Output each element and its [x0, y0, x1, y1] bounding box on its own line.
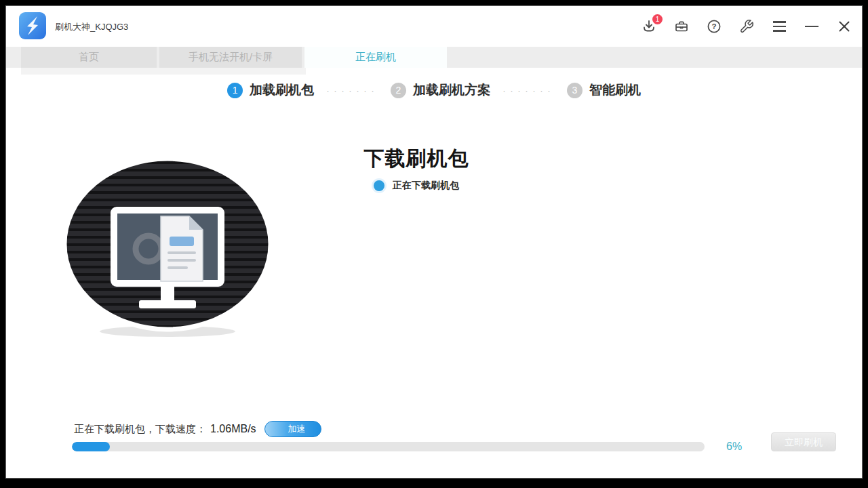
toolbox-icon[interactable] — [673, 18, 690, 35]
status-dot-icon — [374, 180, 384, 191]
tabstrip-shadow — [21, 68, 306, 75]
step-separator: ······· — [502, 85, 555, 96]
wizard-steps: 1 加载刷机包 ······· 2 加载刷机方案 ······· 3 智能刷机 — [6, 78, 862, 102]
tab-cannot-boot[interactable]: 手机无法开机/卡屏 — [159, 47, 302, 68]
help-icon[interactable]: ? — [706, 18, 722, 35]
flash-now-button[interactable]: 立即刷机 — [771, 432, 836, 451]
download-status-row: 正在下载刷机包 — [264, 180, 569, 192]
download-speed-label: 正在下载刷机包，下载速度： — [74, 423, 206, 436]
progress-bar-fill — [72, 442, 110, 451]
step-separator: ······· — [326, 85, 378, 96]
window-title: 刷机大神_KJQJG3 — [55, 21, 128, 33]
tab-strip: 首页 手机无法开机/卡屏 正在刷机 — [6, 47, 862, 68]
footer-status-line: 正在下载刷机包，下载速度： 1.06MB/s 加速 — [74, 421, 321, 437]
boost-button[interactable]: 加速 — [264, 421, 321, 437]
step-load-plan: 2 加载刷机方案 — [391, 81, 490, 99]
download-icon[interactable]: 1 — [641, 18, 657, 35]
download-speed-value: 1.06MB/s — [210, 423, 256, 435]
step-number-badge: 2 — [391, 83, 406, 98]
minimize-icon[interactable] — [804, 18, 820, 35]
step-load-package: 1 加载刷机包 — [227, 81, 314, 99]
step-number-badge: 3 — [567, 83, 583, 98]
app-window: 刷机大神_KJQJG3 1 ? — [5, 5, 863, 479]
tab-flashing[interactable]: 正在刷机 — [304, 47, 447, 68]
close-icon[interactable] — [836, 18, 852, 35]
progress-bar — [72, 442, 705, 451]
step-smart-flash: 3 智能刷机 — [567, 81, 641, 99]
wrench-icon[interactable] — [738, 18, 755, 35]
app-logo-icon — [18, 12, 47, 40]
tab-home[interactable]: 首页 — [21, 47, 157, 68]
page-title: 下载刷机包 — [264, 145, 569, 173]
titlebar-icons: 1 ? — [641, 6, 852, 47]
download-illustration — [59, 154, 276, 340]
step-number-badge: 1 — [227, 83, 243, 98]
svg-text:?: ? — [711, 22, 716, 30]
download-badge: 1 — [652, 14, 663, 24]
titlebar: 刷机大神_KJQJG3 1 ? — [6, 6, 862, 47]
status-text: 正在下载刷机包 — [393, 180, 459, 192]
menu-icon[interactable] — [771, 18, 787, 35]
progress-percent: 6% — [726, 441, 742, 453]
